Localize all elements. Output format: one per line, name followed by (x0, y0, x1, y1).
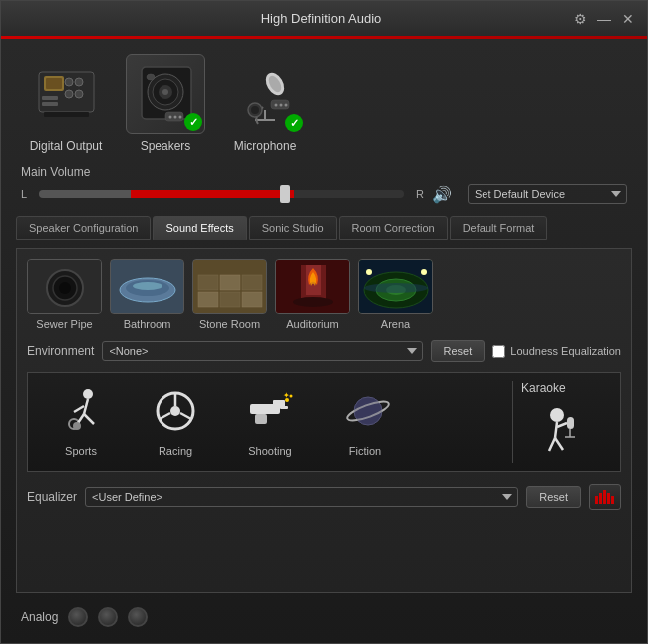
equalizer-label: Equalizer (27, 490, 77, 504)
volume-row: L R 🔊 Set Default Device (21, 184, 627, 204)
svg-rect-70 (255, 414, 267, 424)
preset-stone-room[interactable]: Stone Room (192, 259, 267, 330)
svg-point-54 (366, 269, 372, 275)
svg-rect-83 (567, 417, 574, 429)
microphone-label: Microphone (234, 139, 297, 153)
environment-reset-button[interactable]: Reset (431, 340, 486, 362)
loudness-equalization-row: Loudness Equalization (492, 345, 621, 358)
digital-output-svg (34, 62, 99, 127)
environment-row: Environment <None> Reset Loudness Equali… (27, 340, 621, 362)
volume-slider[interactable] (39, 190, 404, 198)
preset-bathroom[interactable]: Bathroom (110, 259, 184, 330)
analog-dot-3[interactable] (128, 607, 148, 627)
default-device-select[interactable]: Set Default Device (468, 184, 627, 204)
tab-sonic-studio[interactable]: Sonic Studio (249, 216, 337, 240)
shooting-icon: ✦ (245, 386, 295, 436)
tab-room-correction[interactable]: Room Correction (339, 216, 448, 240)
eq-icons-row: Sports (36, 381, 512, 457)
svg-point-25 (251, 106, 259, 114)
loudness-checkbox[interactable] (492, 345, 505, 358)
content-area: Digital Output (1, 39, 647, 643)
preset-arena[interactable]: Arena (358, 259, 433, 330)
titlebar-controls: ⚙ — ✕ (571, 10, 637, 28)
karaoke-icon (537, 403, 597, 463)
svg-rect-69 (273, 400, 285, 407)
svg-point-19 (178, 115, 181, 118)
eq-preset-shooting[interactable]: ✦ Shooting (225, 381, 315, 457)
microphone-icon-wrap: ✓ (225, 54, 305, 134)
svg-line-60 (74, 406, 84, 412)
shooting-icon-box: ✦ (235, 381, 305, 441)
svg-point-37 (133, 282, 162, 290)
svg-point-77 (354, 397, 382, 425)
eq-preset-racing[interactable]: Racing (131, 381, 220, 457)
eq-preset-sports[interactable]: Sports (36, 381, 126, 457)
window-title: High Definition Audio (71, 11, 571, 26)
tab-default-format[interactable]: Default Format (450, 216, 548, 240)
analog-dot-1[interactable] (68, 607, 88, 627)
speakers-icon-wrap: ✓ (126, 54, 205, 134)
svg-line-66 (160, 413, 170, 419)
svg-rect-88 (603, 490, 606, 504)
svg-rect-41 (242, 275, 262, 290)
environment-select[interactable]: <None> (102, 341, 422, 361)
preset-arena-label: Arena (381, 318, 410, 330)
preset-bathroom-thumb (110, 259, 184, 314)
svg-point-33 (59, 282, 71, 294)
svg-point-28 (279, 103, 282, 106)
device-microphone[interactable]: ✓ Microphone (225, 54, 305, 153)
preset-auditorium-label: Auditorium (286, 318, 339, 330)
loudness-label[interactable]: Loudness Equalization (510, 345, 621, 357)
svg-rect-44 (242, 292, 262, 307)
digital-output-icon-wrap (26, 54, 106, 134)
racing-icon-box (141, 381, 210, 441)
svg-rect-7 (42, 96, 58, 100)
svg-rect-43 (220, 292, 240, 307)
svg-rect-8 (42, 102, 58, 106)
equalizer-select[interactable]: <User Define> (85, 487, 518, 507)
minimize-button[interactable]: — (595, 10, 613, 28)
sports-icon (56, 386, 106, 436)
preset-sewer-pipe[interactable]: Sewer Pipe (27, 259, 102, 330)
equalizer-reset-button[interactable]: Reset (526, 486, 581, 508)
preset-sewer-label: Sewer Pipe (36, 318, 92, 330)
volume-label: Main Volume (21, 165, 627, 179)
digital-output-label: Digital Output (30, 139, 103, 153)
svg-rect-9 (44, 112, 89, 117)
device-speakers[interactable]: ✓ Speakers (126, 54, 205, 153)
svg-point-14 (162, 89, 168, 95)
device-digital-output[interactable]: Digital Output (26, 54, 106, 153)
fiction-label: Fiction (349, 445, 381, 457)
speakers-label: Speakers (141, 139, 191, 153)
main-window: High Definition Audio ⚙ — ✕ (0, 0, 648, 644)
svg-line-82 (557, 423, 567, 427)
svg-point-64 (170, 406, 180, 416)
sports-label: Sports (65, 445, 97, 457)
panel-area: Sewer Pipe Bathroom (16, 248, 632, 593)
preset-stone-label: Stone Room (199, 318, 260, 330)
svg-point-15 (147, 74, 155, 80)
svg-point-48 (293, 297, 333, 307)
svg-rect-40 (220, 275, 240, 290)
analog-dot-2[interactable] (98, 607, 118, 627)
close-button[interactable]: ✕ (619, 10, 637, 28)
titlebar: High Definition Audio ⚙ — ✕ (1, 1, 647, 37)
svg-point-18 (173, 115, 176, 118)
svg-line-57 (84, 399, 88, 414)
fiction-icon-box (330, 381, 400, 441)
fiction-icon (340, 386, 390, 436)
tabs-row: Speaker Configuration Sound Effects Soni… (16, 216, 632, 240)
preset-stone-thumb (192, 259, 267, 314)
tab-sound-effects[interactable]: Sound Effects (153, 216, 246, 240)
karaoke-svg (537, 403, 597, 463)
preset-auditorium[interactable]: Auditorium (275, 259, 350, 330)
svg-rect-71 (280, 406, 288, 409)
svg-rect-90 (611, 496, 614, 504)
analog-row: Analog (16, 601, 632, 633)
preset-auditorium-thumb (275, 259, 350, 314)
equalizer-visualizer-button[interactable] (589, 484, 621, 510)
svg-point-5 (65, 90, 73, 98)
eq-preset-fiction[interactable]: Fiction (320, 381, 410, 457)
tab-speaker-configuration[interactable]: Speaker Configuration (16, 216, 151, 240)
settings-button[interactable]: ⚙ (571, 10, 589, 28)
